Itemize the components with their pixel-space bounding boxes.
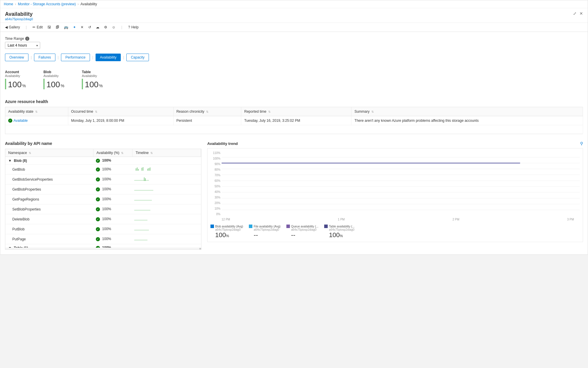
gallery-button[interactable]: ◀ Gallery <box>5 25 20 29</box>
scrollbar-thumb[interactable] <box>199 248 201 249</box>
svg-rect-9 <box>144 177 145 181</box>
legend-blob-swatch <box>210 225 214 228</box>
tab-overview[interactable]: Overview <box>5 54 28 61</box>
svg-rect-5 <box>147 169 148 171</box>
trend-chart-area: 110% 100% 90% 80% 70% 60% 50% 40% 30% 20… <box>207 148 583 242</box>
api-col-namespace[interactable]: Namespace⇅ <box>5 149 93 157</box>
sort-avail[interactable]: ⇅ <box>121 151 123 155</box>
toolbar-sep2: | <box>121 25 122 29</box>
resource-health-title: Azure resource health <box>5 99 583 104</box>
edit-button[interactable]: ✏ Edit <box>33 25 43 29</box>
getblobservice-check: ✓ <box>96 177 100 182</box>
api-row-deleteblob: DeleteBlob ✓ 100% <box>5 214 201 224</box>
sort-ns[interactable]: ⇅ <box>29 151 31 155</box>
col-availability-state[interactable]: Availability state⇅ <box>5 107 68 116</box>
time-range-select[interactable]: Last 4 hours Last 1 hour Last 12 hours L… <box>5 42 40 49</box>
legend-file-sublabel: a64s75piosp2diag0 <box>254 228 281 231</box>
getpageregions-name: GetPageRegions <box>5 194 93 204</box>
col-reported-time[interactable]: Reported time⇅ <box>241 107 351 116</box>
chart-with-yaxis: 110% 100% 90% 80% 70% 60% 50% 40% 30% 20… <box>210 151 580 217</box>
col-reason[interactable]: Reason chronicity⇅ <box>173 107 241 116</box>
getpageregions-timeline-svg <box>133 196 168 202</box>
api-header-row: Namespace⇅ Availability (%)⇅ Timeline⇅ <box>5 149 201 157</box>
save-as-button[interactable]: 🗐 <box>56 25 59 29</box>
save-button[interactable]: 🖫 <box>47 25 51 29</box>
close-icon[interactable]: ✕ <box>579 11 583 16</box>
getblobprops-timeline <box>130 184 201 194</box>
api-col-timeline[interactable]: Timeline⇅ <box>132 149 201 157</box>
state-value[interactable]: Available <box>13 119 28 123</box>
trend-legend: Blob availability (Avg) a64s75piosp2diag… <box>210 225 580 239</box>
api-panel: Availability by API name Namespace⇅ Avai… <box>5 141 201 250</box>
y-label-0: 0% <box>210 213 220 216</box>
col-summary[interactable]: Summary⇅ <box>351 107 583 116</box>
legend-table-label: Table availability (... <box>329 225 354 228</box>
legend-queue-value-row: -- <box>291 231 318 239</box>
sort-timeline[interactable]: ⇅ <box>150 151 153 155</box>
setblobprops-check: ✓ <box>96 207 100 211</box>
settings-button[interactable]: ⚙ <box>104 25 107 29</box>
metrics-row: Account Availability 100 % Blob Availabi… <box>5 67 583 92</box>
sort-icon-reported[interactable]: ⇅ <box>268 110 271 113</box>
resource-health-header-row: Availability state⇅ Occurred time⇅ Reaso… <box>5 107 583 116</box>
metric-blob-pct: % <box>61 83 64 88</box>
blob-group-timeline <box>130 157 201 165</box>
blob-group-label: Blob (8) <box>14 159 27 163</box>
tab-performance[interactable]: Performance <box>61 54 90 61</box>
legend-file-value-row: -- <box>254 231 281 239</box>
time-range-info-icon[interactable]: i <box>25 37 29 41</box>
refresh-button[interactable]: ↺ <box>88 25 91 29</box>
api-row-getblob: GetBlob ✓ 100% <box>5 165 201 174</box>
delete-icon: ✕ <box>81 25 84 29</box>
settings-icon: ⚙ <box>104 25 107 29</box>
y-label-40: 40% <box>210 190 220 194</box>
api-group-table: ▼ Table (1) ✓ 100% <box>5 244 201 248</box>
blob-group-avail: ✓ 100% <box>93 157 130 165</box>
getblob-val: 100% <box>102 167 111 171</box>
api-row-getpageregions: GetPageRegions ✓ 100% <box>5 194 201 204</box>
edit-icon: ✏ <box>33 25 35 29</box>
blob-avail-val: 100% <box>102 158 111 162</box>
putblob-check: ✓ <box>96 227 100 231</box>
breadcrumb-current: Availability <box>80 2 97 6</box>
blob-group-name: ▼ Blob (8) <box>5 157 93 165</box>
trend-panel: Availability trend ⚲ 110% 100% 90% 80% 7… <box>207 141 583 250</box>
api-table-scroll[interactable]: ▼ Blob (8) ✓ 100% <box>5 157 201 248</box>
share-button[interactable]: 🚌 <box>64 25 68 29</box>
tab-capacity[interactable]: Capacity <box>126 54 149 61</box>
sort-icon-state[interactable]: ⇅ <box>35 110 38 113</box>
sort-icon-occurred[interactable]: ⇅ <box>95 110 97 113</box>
help-button[interactable]: ? Help <box>128 25 138 29</box>
pin-toolbar-button[interactable]: ✦ <box>73 25 76 29</box>
trend-pin-icon[interactable]: ⚲ <box>580 141 583 146</box>
title-icons: ⤢ ✕ <box>573 11 583 16</box>
legend-blob-value: 100 <box>215 231 226 239</box>
legend-queue-label-row: Queue availability (... <box>286 225 318 228</box>
api-table-container: Namespace⇅ Availability (%)⇅ Timeline⇅ <box>5 149 201 250</box>
api-row-putpage: PutPage ✓ 100% <box>5 234 201 244</box>
metric-table-pct: % <box>99 83 103 88</box>
y-label-100: 100% <box>210 157 220 160</box>
sort-icon-reason[interactable]: ⇅ <box>206 110 208 113</box>
metric-account-bar <box>5 79 6 89</box>
svg-rect-1 <box>137 167 137 171</box>
breadcrumb-home[interactable]: Home <box>4 2 13 6</box>
sort-icon-summary[interactable]: ⇅ <box>371 110 374 113</box>
toolbar-sep1: | <box>26 25 27 29</box>
save-icon: 🖫 <box>47 25 51 29</box>
getblobprops-check: ✓ <box>96 187 100 191</box>
delete-button[interactable]: ✕ <box>81 25 84 29</box>
col-occurred-time[interactable]: Occurred time⇅ <box>68 107 173 116</box>
blob-collapse-icon[interactable]: ▼ <box>8 159 12 163</box>
getblobprops-name: GetBlobProperties <box>5 184 93 194</box>
tab-failures[interactable]: Failures <box>34 54 55 61</box>
breadcrumb-monitor[interactable]: Monitor - Storage Accounts (preview) <box>18 2 76 6</box>
emoji-button[interactable]: ☺ <box>112 25 115 29</box>
tab-availability[interactable]: Availability <box>96 54 121 61</box>
health-row-empty <box>5 125 583 134</box>
cloud-button[interactable]: ☁ <box>96 25 99 29</box>
api-col-availability[interactable]: Availability (%)⇅ <box>93 149 132 157</box>
maximize-icon[interactable]: ⤢ <box>573 11 577 16</box>
api-table-header: Namespace⇅ Availability (%)⇅ Timeline⇅ <box>5 149 201 157</box>
legend-file-label-row: File availability (Avg) <box>249 225 281 228</box>
